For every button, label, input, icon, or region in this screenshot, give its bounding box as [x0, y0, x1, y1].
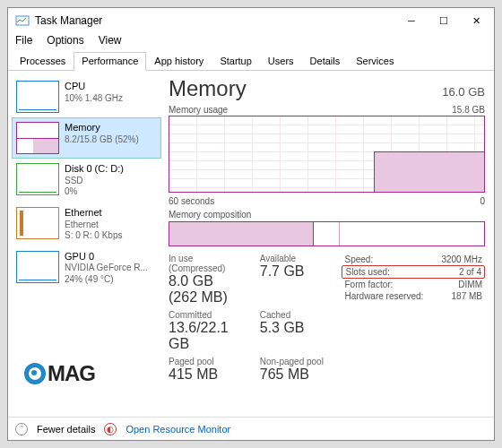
chevron-up-icon[interactable]: ˄	[15, 423, 28, 435]
tab-details[interactable]: Details	[302, 52, 349, 71]
value: 765 MB	[260, 366, 333, 383]
tab-users[interactable]: Users	[260, 52, 302, 71]
menu-file[interactable]: File	[13, 33, 34, 51]
label: Slots used:	[345, 267, 389, 277]
sub: NVIDIA GeForce R...	[65, 263, 148, 274]
sidebar-item-ethernet[interactable]: EthernetEthernetS: 0 R: 0 Kbps	[12, 202, 161, 246]
label: Non-paged pool	[260, 357, 333, 366]
menu-view[interactable]: View	[97, 33, 124, 51]
memory-thumb-icon	[16, 122, 59, 154]
logo-dot-icon	[24, 363, 46, 384]
x-right: 0	[480, 196, 485, 206]
label: GPU 0	[65, 251, 148, 263]
resource-monitor-icon[interactable]: ◐	[104, 423, 117, 435]
label: Speed:	[344, 254, 373, 264]
tab-processes[interactable]: Processes	[12, 52, 74, 71]
label: Paged pool	[169, 357, 242, 366]
value: 415 MB	[169, 366, 242, 383]
label: Available	[260, 254, 333, 263]
value: DIMM	[458, 280, 482, 289]
tab-app-history[interactable]: App history	[146, 52, 212, 71]
close-button[interactable]: ✕	[460, 8, 492, 33]
menubar: File Options View	[8, 33, 494, 51]
window-title: Task Manager	[35, 14, 395, 27]
comp-label: Memory composition	[169, 210, 251, 220]
maximize-button[interactable]: ☐	[428, 8, 460, 33]
sub2: 0%	[65, 186, 124, 198]
label: Ethernet	[65, 207, 122, 220]
svg-rect-0	[16, 16, 29, 25]
value: 7.7 GB	[260, 263, 333, 280]
open-resource-monitor-link[interactable]: Open Resource Monitor	[126, 424, 230, 435]
gpu-thumb-icon	[16, 251, 59, 283]
page-title: Memory	[169, 76, 247, 101]
menu-options[interactable]: Options	[45, 33, 85, 51]
capacity: 16.0 GB	[442, 85, 485, 99]
label: Form factor:	[344, 280, 393, 289]
footer: ˄ Fewer details ◐ Open Resource Monitor	[8, 417, 494, 440]
label: Hardware reserved:	[344, 291, 423, 301]
sub: Ethernet	[65, 220, 122, 231]
value: 187 MB	[452, 291, 482, 301]
disk-thumb-icon	[16, 163, 59, 195]
value: 13.6/22.1 GB	[169, 320, 242, 352]
cpu-thumb-icon	[16, 81, 59, 113]
value: 3200 MHz	[441, 254, 482, 264]
sub: 8.2/15.8 GB (52%)	[65, 134, 139, 146]
watermark-logo: MAG	[24, 361, 95, 386]
label: Memory	[65, 122, 139, 134]
ethernet-thumb-icon	[16, 207, 59, 239]
sidebar-item-disk[interactable]: Disk 0 (C: D:)SSD0%	[12, 159, 161, 202]
tab-startup[interactable]: Startup	[212, 52, 259, 71]
label: Disk 0 (C: D:)	[65, 163, 124, 176]
slots-used-highlight: Slots used:2 of 4	[342, 265, 485, 279]
sidebar-item-memory[interactable]: Memory8.2/15.8 GB (52%)	[12, 117, 161, 159]
main-panel: Memory 16.0 GB Memory usage15.8 GB 60 se…	[165, 71, 494, 417]
fewer-details-link[interactable]: Fewer details	[37, 424, 95, 435]
body: CPU10% 1.48 GHz Memory8.2/15.8 GB (52%) …	[8, 71, 494, 417]
tab-bar: Processes Performance App history Startu…	[8, 51, 494, 71]
label: Committed	[169, 310, 242, 320]
sidebar: CPU10% 1.48 GHz Memory8.2/15.8 GB (52%) …	[8, 71, 165, 417]
x-left: 60 seconds	[169, 196, 214, 206]
sub: 10% 1.48 GHz	[65, 93, 123, 105]
sub: SSD	[65, 176, 124, 187]
minimize-button[interactable]: ─	[395, 8, 428, 33]
value: 5.3 GB	[260, 320, 333, 336]
tab-performance[interactable]: Performance	[74, 52, 146, 71]
memory-composition-chart[interactable]	[169, 221, 485, 246]
sub2: 24% (49 °C)	[65, 274, 148, 286]
value: 8.0 GB (262 MB)	[169, 273, 242, 306]
usage-label: Memory usage	[169, 105, 228, 115]
sidebar-item-gpu[interactable]: GPU 0NVIDIA GeForce R...24% (49 °C)	[12, 246, 161, 290]
task-manager-window: Task Manager ─ ☐ ✕ File Options View Pro…	[7, 7, 495, 441]
memory-usage-chart[interactable]	[169, 116, 485, 193]
value: 2 of 4	[459, 267, 481, 277]
label: Cached	[260, 310, 333, 320]
usage-max: 15.8 GB	[452, 105, 485, 115]
sidebar-item-cpu[interactable]: CPU10% 1.48 GHz	[12, 76, 161, 117]
sub2: S: 0 R: 0 Kbps	[65, 230, 122, 242]
label: In use (Compressed)	[169, 254, 242, 273]
titlebar[interactable]: Task Manager ─ ☐ ✕	[8, 8, 494, 33]
logo-text: MAG	[48, 361, 95, 386]
tab-services[interactable]: Services	[348, 52, 402, 71]
app-icon	[15, 13, 30, 28]
label: CPU	[65, 81, 123, 93]
